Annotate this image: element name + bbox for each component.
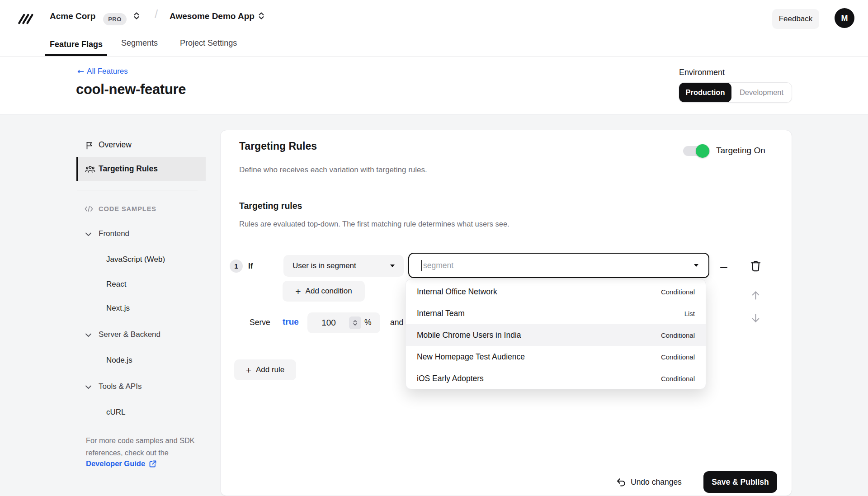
sidebar-footer-text: For more code samples and SDK references…: [86, 435, 197, 459]
flag-icon: [85, 141, 94, 150]
app-window: Acme Corp PRO / Awesome Demo App Feedbac…: [0, 0, 868, 496]
trash-icon: [750, 260, 762, 272]
toggle-knob[interactable]: [696, 144, 709, 158]
rollout-percent-input[interactable]: [314, 312, 344, 333]
sidebar-group-tools-apis[interactable]: Tools & APIs: [76, 380, 206, 396]
condition-type-select[interactable]: User is in segment: [283, 255, 404, 277]
percent-sign: %: [364, 318, 372, 327]
sidebar-divider: [77, 190, 198, 190]
rules-section-description: Rules are evaluated top-down. The first …: [239, 220, 509, 228]
sidebar-item-overview[interactable]: Overview: [76, 137, 206, 156]
sidebar-group-server-backend[interactable]: Server & Backend: [76, 328, 206, 344]
remove-condition-button[interactable]: [717, 261, 731, 274]
sidebar-item-react[interactable]: React: [106, 280, 126, 289]
segment-search-field[interactable]: [408, 253, 709, 278]
targeting-toggle[interactable]: [683, 146, 710, 156]
add-condition-button[interactable]: + Add condition: [283, 281, 365, 302]
chevron-down-icon: [85, 385, 92, 389]
breadcrumb-separator: /: [155, 7, 158, 21]
delete-rule-button[interactable]: [750, 260, 762, 272]
caret-down-icon: [390, 265, 395, 267]
tab-project-settings[interactable]: Project Settings: [180, 38, 237, 56]
feedback-button[interactable]: Feedback: [772, 9, 819, 29]
segment-option[interactable]: New Homepage Test Audience Conditional: [406, 346, 706, 368]
rules-section-title: Targeting rules: [239, 201, 302, 211]
segment-input[interactable]: [409, 261, 694, 270]
rule-index-badge: 1: [230, 260, 243, 273]
users-icon: [85, 165, 95, 174]
and-label: and: [390, 318, 403, 327]
environment-development[interactable]: Development: [731, 83, 792, 102]
save-publish-button[interactable]: Save & Publish: [703, 471, 777, 493]
back-arrow-icon: ←: [77, 66, 84, 76]
project-switcher-icon[interactable]: [258, 11, 265, 21]
sidebar-group-frontend[interactable]: Frontend: [76, 227, 206, 243]
undo-icon: [616, 477, 626, 487]
sidebar-item-nextjs[interactable]: Next.js: [106, 304, 130, 313]
sidebar-item-curl[interactable]: cURL: [106, 408, 126, 417]
rule-if-label: If: [248, 262, 253, 271]
tab-feature-flags[interactable]: Feature Flags: [45, 40, 107, 56]
segment-dropdown-menu: Internal Office Network Conditional Inte…: [406, 279, 706, 389]
chevron-down-icon: [85, 333, 92, 337]
developer-guide-link[interactable]: Developer Guide: [86, 459, 157, 468]
external-link-icon: [149, 460, 157, 468]
code-samples-heading: CODE SAMPLES: [76, 203, 206, 217]
caret-down-icon[interactable]: [694, 264, 698, 267]
plus-icon: +: [295, 287, 301, 296]
environment-production[interactable]: Production: [679, 83, 731, 102]
segment-option[interactable]: iOS Early Adopters Conditional: [406, 368, 706, 389]
undo-changes-button[interactable]: Undo changes: [616, 477, 682, 487]
tab-segments[interactable]: Segments: [121, 38, 158, 56]
project-name[interactable]: Awesome Demo App: [170, 11, 255, 21]
avatar[interactable]: M: [835, 8, 854, 28]
text-cursor: [421, 260, 422, 271]
segment-option[interactable]: Internal Team List: [406, 302, 706, 324]
org-switcher-icon[interactable]: [133, 11, 140, 21]
active-indicator-bar: [76, 157, 78, 181]
sidebar-item-targeting-rules[interactable]: Targeting Rules: [76, 157, 206, 181]
segment-option-highlighted[interactable]: Mobile Chrome Users in India Conditional: [406, 324, 706, 346]
primary-tabs: Feature Flags Segments Project Settings: [45, 38, 237, 56]
sidebar-item-nodejs[interactable]: Node.js: [106, 356, 132, 365]
environment-label: Environment: [679, 68, 725, 77]
serve-label: Serve: [250, 318, 270, 327]
org-name[interactable]: Acme Corp: [50, 11, 95, 21]
environment-switcher: Production Development: [679, 82, 792, 103]
move-rule-up-button[interactable]: [750, 290, 761, 301]
chevron-down-icon: [85, 232, 92, 236]
percent-stepper[interactable]: [349, 316, 361, 329]
serve-variation-value[interactable]: true: [283, 317, 299, 327]
segment-option[interactable]: Internal Office Network Conditional: [406, 281, 706, 302]
plan-badge: PRO: [103, 13, 127, 25]
targeting-toggle-label: Targeting On: [716, 146, 765, 156]
rollout-percent-field: %: [307, 312, 380, 333]
page-header: ← All Features cool-new-feature Environm…: [0, 57, 868, 114]
panel-description: Define who receives each variation with …: [239, 165, 427, 175]
back-to-all-features-link[interactable]: ← All Features: [77, 66, 128, 76]
panel-title: Targeting Rules: [239, 140, 317, 152]
plus-icon: +: [246, 365, 251, 375]
add-rule-button[interactable]: + Add rule: [234, 359, 296, 380]
sidebar: Overview Targeting Rules CODE SAMPLES: [0, 114, 220, 496]
move-rule-down-button[interactable]: [750, 312, 761, 324]
app-logo-icon[interactable]: [16, 10, 34, 28]
top-header: Acme Corp PRO / Awesome Demo App Feedbac…: [0, 0, 868, 57]
code-icon: [84, 205, 94, 213]
sidebar-item-javascript-web[interactable]: JavaScript (Web): [106, 255, 165, 264]
page-title: cool-new-feature: [76, 81, 186, 98]
